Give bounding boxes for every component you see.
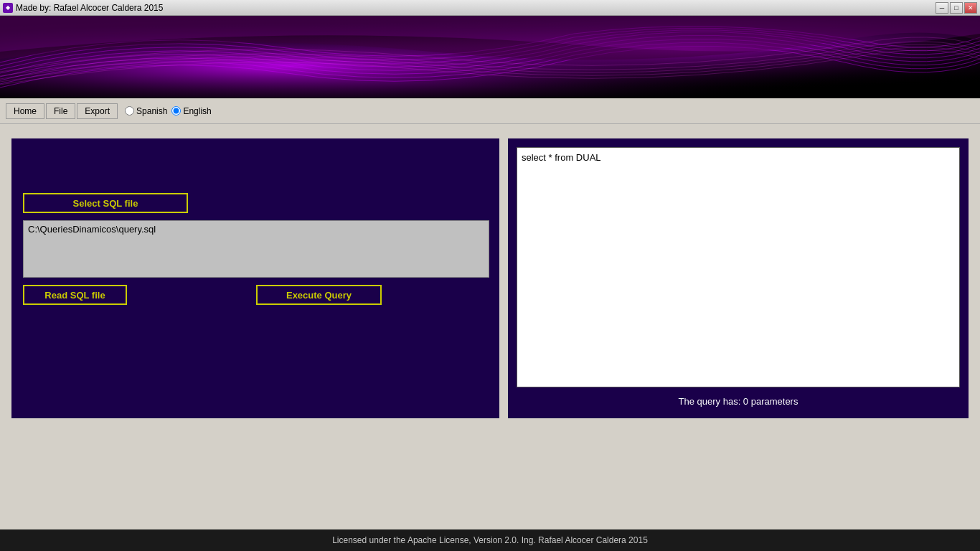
spanish-label: Spanish xyxy=(136,106,167,116)
read-sql-button[interactable]: Read SQL file xyxy=(23,285,127,305)
english-radio[interactable] xyxy=(171,106,181,116)
app-icon: ◆ xyxy=(3,3,13,13)
file-path-display: C:\QueriesDinamicos\query.sql xyxy=(23,220,489,278)
main-content: Select SQL file C:\QueriesDinamicos\quer… xyxy=(0,124,980,529)
right-panel: The query has: 0 parameters xyxy=(508,138,969,418)
export-button[interactable]: Export xyxy=(77,103,118,119)
window-controls: ─ □ ✕ xyxy=(936,2,977,14)
spanish-radio-label[interactable]: Spanish xyxy=(125,106,167,116)
banner xyxy=(0,16,980,98)
left-panel: Select SQL file C:\QueriesDinamicos\quer… xyxy=(11,138,499,418)
title-bar: ◆ Made by: Rafael Alcocer Caldera 2015 ─… xyxy=(0,0,980,16)
file-button[interactable]: File xyxy=(46,103,75,119)
execute-query-button[interactable]: Execute Query xyxy=(256,285,382,305)
select-sql-button[interactable]: Select SQL file xyxy=(23,193,188,213)
app-title: Made by: Rafael Alcocer Caldera 2015 xyxy=(16,3,163,13)
footer-text: Licensed under the Apache License, Versi… xyxy=(332,535,648,545)
bottom-buttons: Read SQL file Execute Query xyxy=(23,285,488,305)
footer: Licensed under the Apache License, Versi… xyxy=(0,529,980,551)
close-button[interactable]: ✕ xyxy=(964,2,977,14)
titlebar-left: ◆ Made by: Rafael Alcocer Caldera 2015 xyxy=(3,3,163,13)
banner-graphic xyxy=(0,16,980,98)
home-button[interactable]: Home xyxy=(6,103,44,119)
query-textarea[interactable] xyxy=(517,147,960,387)
menubar: Home File Export Spanish English xyxy=(0,98,980,124)
english-radio-label[interactable]: English xyxy=(171,106,211,116)
params-status: The query has: 0 parameters xyxy=(517,393,960,410)
minimize-button[interactable]: ─ xyxy=(936,2,948,14)
english-label: English xyxy=(183,106,211,116)
language-selector: Spanish English xyxy=(125,106,212,116)
spanish-radio[interactable] xyxy=(125,106,134,116)
maximize-button[interactable]: □ xyxy=(950,2,963,14)
